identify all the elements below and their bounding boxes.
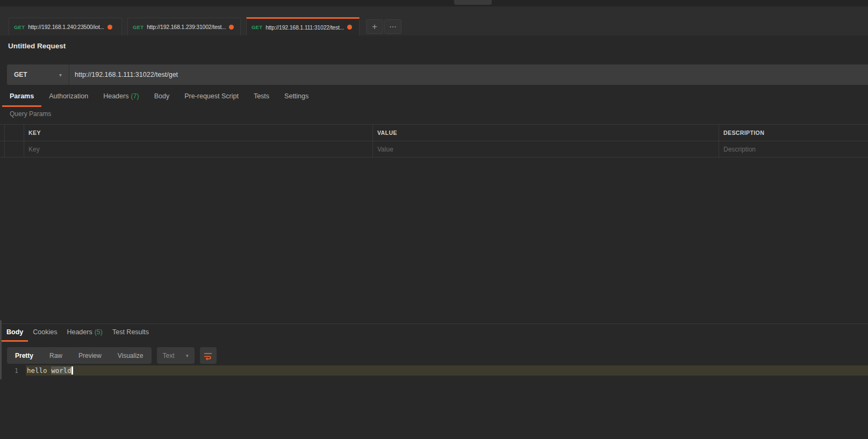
table-row bbox=[0, 141, 868, 157]
key-column-header: KEY bbox=[24, 125, 372, 141]
editor-line-content[interactable]: hello world bbox=[26, 365, 868, 376]
response-tab-test-results[interactable]: Test Results bbox=[107, 324, 154, 342]
wrap-text-icon bbox=[203, 351, 213, 361]
text-cursor bbox=[71, 366, 73, 375]
key-input[interactable] bbox=[28, 146, 355, 153]
value-input[interactable] bbox=[377, 146, 701, 153]
wrap-text-button[interactable] bbox=[200, 347, 217, 364]
selected-method: GET bbox=[14, 71, 27, 78]
tab-headers[interactable]: Headers (7) bbox=[96, 87, 147, 107]
unsaved-dot-icon bbox=[347, 25, 352, 30]
window-top-notch bbox=[454, 0, 492, 5]
view-visualize[interactable]: Visualize bbox=[110, 347, 152, 364]
tab-url: http://192.168.1.239:31002/test... bbox=[147, 24, 226, 30]
response-view-bar: Pretty Raw Preview Visualize Text ▾ bbox=[7, 347, 217, 364]
editor-line-1[interactable]: 1 hello world bbox=[0, 365, 868, 376]
tab-url: http://192.168.1.240:23500/iot... bbox=[28, 24, 104, 30]
tab-url: http://192.168.1.111:31022/test... bbox=[266, 24, 344, 31]
line-number: 1 bbox=[0, 367, 26, 375]
body-text: hello bbox=[27, 366, 51, 375]
tab-params[interactable]: Params bbox=[2, 87, 41, 107]
response-tab-headers[interactable]: Headers (5) bbox=[62, 324, 107, 342]
description-input[interactable] bbox=[723, 146, 861, 153]
method-badge: GET bbox=[133, 24, 144, 30]
method-badge: GET bbox=[252, 24, 262, 30]
response-tabs: Body Cookies Headers (5) Test Results bbox=[2, 324, 154, 342]
more-icon: ••• bbox=[390, 25, 397, 28]
request-subtabs: Params Authorization Headers (7) Body Pr… bbox=[2, 87, 316, 107]
chevron-down-icon: ▾ bbox=[186, 353, 189, 358]
response-tab-cookies[interactable]: Cookies bbox=[28, 324, 62, 342]
request-tab-3-active[interactable]: GET http://192.168.1.111:31022/test... bbox=[246, 17, 360, 35]
table-header-row: KEY VALUE DESCRIPTION bbox=[0, 125, 868, 141]
format-dropdown[interactable]: Text ▾ bbox=[157, 347, 195, 364]
method-badge: GET bbox=[14, 24, 25, 30]
request-tab-1[interactable]: GET http://192.168.1.240:23500/iot... bbox=[9, 18, 122, 35]
tab-prerequest-script[interactable]: Pre-request Script bbox=[177, 87, 246, 107]
tab-settings[interactable]: Settings bbox=[277, 87, 316, 107]
value-column-header: VALUE bbox=[372, 125, 719, 141]
view-mode-group: Pretty Raw Preview Visualize bbox=[7, 347, 152, 364]
selected-format: Text bbox=[163, 352, 175, 359]
url-bar: GET ▾ bbox=[7, 64, 868, 85]
query-params-label: Query Params bbox=[10, 110, 51, 118]
request-tab-bar: GET http://192.168.1.240:23500/iot... GE… bbox=[0, 6, 868, 35]
unsaved-dot-icon bbox=[229, 25, 234, 30]
chevron-down-icon: ▾ bbox=[59, 72, 62, 78]
tab-tests[interactable]: Tests bbox=[246, 87, 277, 107]
response-tab-body[interactable]: Body bbox=[2, 324, 28, 342]
row-handle[interactable] bbox=[4, 141, 24, 157]
request-title: Untitled Request bbox=[8, 42, 66, 50]
window-top-strip bbox=[0, 0, 868, 6]
view-preview[interactable]: Preview bbox=[70, 347, 110, 364]
response-headers-count-badge: (5) bbox=[95, 328, 103, 336]
row-handle-column bbox=[4, 125, 24, 141]
tab-authorization[interactable]: Authorization bbox=[41, 87, 96, 107]
selected-text: world bbox=[51, 366, 71, 375]
tab-options-button[interactable]: ••• bbox=[384, 19, 401, 34]
tabs-row: GET http://192.168.1.240:23500/iot... GE… bbox=[9, 17, 401, 35]
description-column-header: DESCRIPTION bbox=[719, 125, 868, 141]
view-pretty[interactable]: Pretty bbox=[7, 347, 41, 364]
view-raw[interactable]: Raw bbox=[41, 347, 70, 364]
method-dropdown[interactable]: GET ▾ bbox=[7, 64, 69, 85]
query-params-table: KEY VALUE DESCRIPTION bbox=[0, 124, 868, 157]
unsaved-dot-icon bbox=[107, 25, 112, 30]
new-tab-button[interactable]: + bbox=[366, 19, 383, 34]
headers-count-badge: (7) bbox=[131, 92, 139, 100]
plus-icon: + bbox=[372, 21, 377, 32]
url-input[interactable] bbox=[69, 64, 868, 85]
tab-body[interactable]: Body bbox=[147, 87, 177, 107]
request-tab-2[interactable]: GET http://192.168.1.239:31002/test... bbox=[127, 18, 241, 35]
